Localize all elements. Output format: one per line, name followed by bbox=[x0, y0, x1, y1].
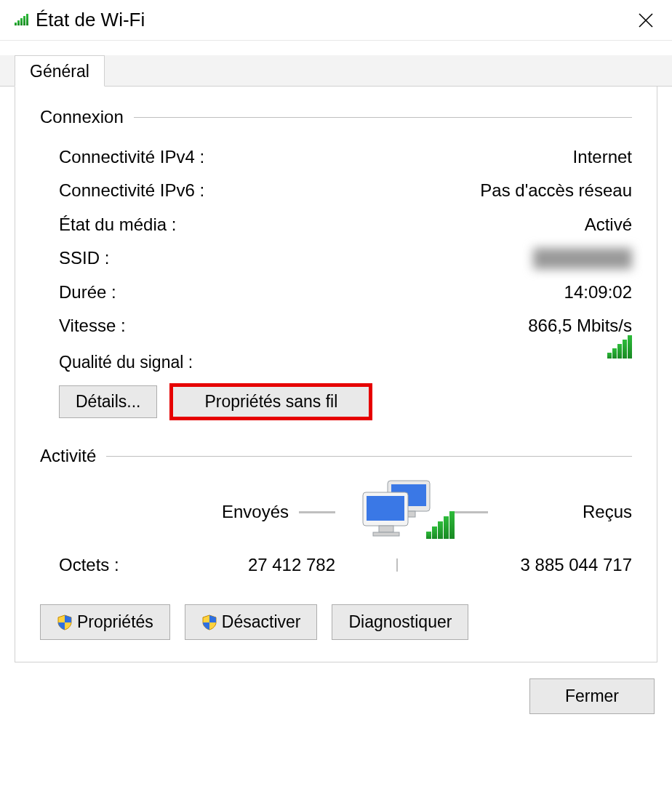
duration-label: Durée : bbox=[59, 279, 116, 306]
dialog-footer: Fermer bbox=[0, 662, 672, 736]
details-button[interactable]: Détails... bbox=[59, 385, 157, 418]
tick-icon bbox=[396, 558, 398, 572]
wireless-properties-button[interactable]: Propriétés sans fil bbox=[172, 385, 370, 418]
activity-heading: Activité bbox=[40, 446, 632, 466]
activity-buttons: Propriétés Désactiver Diagnostiquer bbox=[40, 575, 632, 640]
activity-computers-icon bbox=[343, 479, 452, 545]
divider bbox=[134, 117, 632, 118]
divider bbox=[106, 456, 632, 457]
close-button[interactable] bbox=[625, 0, 666, 41]
media-label: État du média : bbox=[59, 211, 176, 239]
tab-general[interactable]: Général bbox=[15, 55, 105, 87]
activity-grid: Envoyés bbox=[40, 479, 632, 575]
diagnose-button[interactable]: Diagnostiquer bbox=[332, 604, 468, 640]
properties-button-label: Propriétés bbox=[77, 612, 153, 632]
row-ipv4: Connectivité IPv4 : Internet bbox=[40, 140, 632, 174]
ssid-value: ████████ bbox=[533, 244, 632, 272]
svg-rect-8 bbox=[373, 532, 399, 536]
window-title: État de Wi-Fi bbox=[36, 9, 625, 31]
row-ipv6: Connectivité IPv6 : Pas d'accès réseau bbox=[40, 174, 632, 207]
ipv4-label: Connectivité IPv4 : bbox=[59, 143, 204, 171]
signal-bars-icon bbox=[426, 511, 455, 543]
activity-heading-label: Activité bbox=[40, 446, 96, 466]
tab-bar: Général bbox=[0, 55, 672, 87]
row-ssid: SSID : ████████ bbox=[40, 241, 632, 275]
close-dialog-button[interactable]: Fermer bbox=[529, 678, 655, 714]
connection-heading: Connexion bbox=[40, 107, 632, 127]
tab-content: Connexion Connectivité IPv4 : Internet C… bbox=[15, 87, 657, 662]
activity-section: Activité Envoyés bbox=[40, 446, 632, 640]
sent-label: Envoyés bbox=[222, 502, 289, 522]
close-icon bbox=[638, 12, 654, 28]
diagnose-button-label: Diagnostiquer bbox=[348, 612, 452, 632]
disable-button-label: Désactiver bbox=[222, 612, 301, 632]
svg-rect-7 bbox=[379, 526, 393, 532]
signal-bars-icon bbox=[15, 10, 28, 30]
properties-button[interactable]: Propriétés bbox=[40, 604, 170, 640]
media-value: Activé bbox=[585, 211, 632, 239]
row-duration: Durée : 14:09:02 bbox=[40, 276, 632, 309]
row-speed: Vitesse : 866,5 Mbits/s bbox=[40, 309, 632, 343]
received-label: Reçus bbox=[498, 502, 632, 522]
signal-label: Qualité du signal : bbox=[59, 343, 193, 372]
ipv6-label: Connectivité IPv6 : bbox=[59, 177, 204, 204]
signal-quality-icon bbox=[607, 335, 632, 363]
titlebar: État de Wi-Fi bbox=[0, 0, 672, 41]
bytes-label: Octets : bbox=[59, 555, 212, 575]
bytes-received-value: 3 885 044 717 bbox=[452, 555, 632, 575]
row-signal: Qualité du signal : bbox=[40, 343, 632, 372]
wifi-status-dialog: État de Wi-Fi Général Connexion Connecti… bbox=[0, 0, 672, 736]
shield-icon bbox=[57, 614, 73, 630]
connection-heading-label: Connexion bbox=[40, 107, 124, 127]
ipv6-value: Pas d'accès réseau bbox=[480, 177, 632, 204]
connection-buttons: Détails... Propriétés sans fil bbox=[40, 372, 632, 425]
dash-icon bbox=[452, 511, 488, 513]
dash-icon bbox=[299, 511, 335, 513]
disable-button[interactable]: Désactiver bbox=[185, 604, 318, 640]
ssid-label: SSID : bbox=[59, 244, 109, 272]
bytes-sent-value: 27 412 782 bbox=[212, 555, 343, 575]
shield-icon bbox=[201, 614, 217, 630]
duration-value: 14:09:02 bbox=[564, 279, 632, 306]
speed-label: Vitesse : bbox=[59, 312, 126, 340]
ipv4-value: Internet bbox=[573, 143, 632, 171]
svg-rect-6 bbox=[367, 496, 404, 521]
row-media: État du média : Activé bbox=[40, 208, 632, 241]
